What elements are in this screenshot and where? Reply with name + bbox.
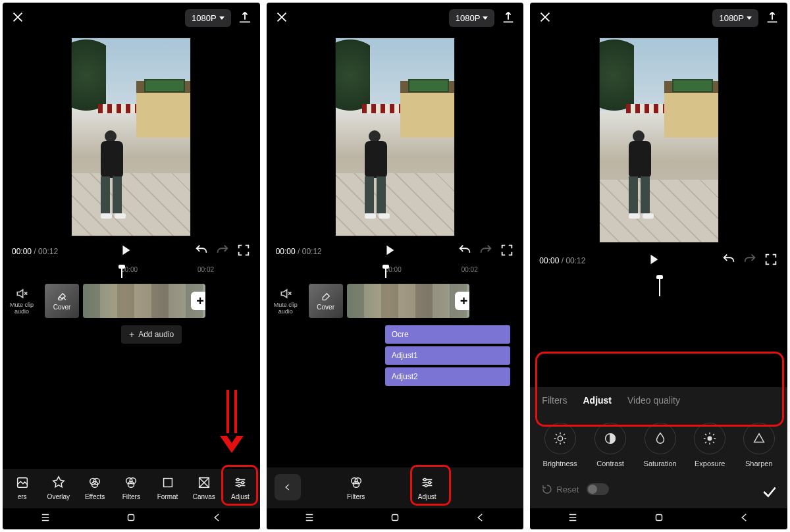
playhead[interactable] — [385, 266, 386, 278]
redo-icon[interactable] — [743, 252, 757, 269]
resolution-label: 1080P — [192, 13, 217, 23]
android-navbar — [267, 508, 524, 529]
svg-point-5 — [130, 478, 136, 484]
svg-point-17 — [429, 481, 431, 484]
tool-overlay[interactable]: Overlay — [43, 475, 74, 500]
undo-icon[interactable] — [194, 243, 209, 259]
playhead[interactable] — [121, 266, 122, 278]
back-icon[interactable] — [739, 512, 750, 526]
cover-button[interactable]: Cover — [45, 284, 79, 318]
screenshot-panel-2: 1080P 00:00 / 00:12 00:00 00:02 Mute cli… — [267, 3, 524, 529]
tab-video-quality[interactable]: Video quality — [627, 395, 680, 406]
adjust-options: Brightness Contrast Saturation Exposure … — [530, 413, 787, 477]
playhead[interactable] — [659, 277, 660, 296]
resolution-button[interactable]: 1080P — [712, 9, 758, 27]
back-icon[interactable] — [211, 512, 223, 526]
play-icon[interactable] — [382, 243, 397, 259]
tool-adjust[interactable]: Adjust — [224, 475, 256, 500]
resolution-button[interactable]: 1080P — [449, 9, 495, 27]
undo-icon[interactable] — [722, 252, 736, 269]
export-icon[interactable] — [238, 10, 252, 27]
home-icon[interactable] — [389, 512, 401, 526]
tab-filters[interactable]: Filters — [542, 395, 567, 406]
recents-icon[interactable] — [303, 512, 315, 526]
play-icon[interactable] — [646, 252, 661, 269]
home-icon[interactable] — [653, 512, 665, 526]
option-exposure[interactable]: Exposure — [694, 423, 725, 467]
svg-point-18 — [425, 485, 427, 487]
add-clip-button[interactable]: + — [455, 292, 469, 310]
chevron-down-icon — [219, 16, 224, 20]
timeline-ruler[interactable] — [530, 277, 787, 296]
svg-point-16 — [423, 479, 426, 481]
resolution-button[interactable]: 1080P — [185, 9, 231, 27]
redo-icon[interactable] — [479, 243, 493, 259]
back-icon[interactable] — [475, 512, 487, 526]
video-clip[interactable]: + — [83, 284, 205, 318]
close-icon[interactable] — [538, 10, 552, 27]
export-icon[interactable] — [501, 10, 515, 27]
tool-ers[interactable]: ers — [7, 475, 38, 500]
fullscreen-icon[interactable] — [764, 252, 778, 269]
tool-canvas[interactable]: Canvas — [188, 475, 220, 500]
svg-rect-12 — [128, 515, 134, 521]
svg-rect-19 — [392, 515, 398, 521]
time-display: 00:00 / 00:12 — [12, 247, 58, 256]
play-icon[interactable] — [118, 243, 133, 259]
option-sharpen[interactable]: Sharpen — [743, 423, 775, 467]
chevron-down-icon — [747, 16, 752, 20]
mute-audio-button[interactable]: Mute clip audio — [267, 287, 305, 315]
chevron-down-icon — [483, 16, 488, 20]
screenshot-panel-3: 1080P 00:00 / 00:12 Filters Adjust Video… — [530, 3, 787, 529]
recents-icon[interactable] — [567, 512, 579, 526]
tool-effects[interactable]: Effects — [79, 475, 111, 500]
svg-point-9 — [237, 479, 240, 481]
close-icon[interactable] — [11, 10, 25, 27]
video-preview[interactable] — [71, 38, 191, 236]
confirm-icon[interactable] — [761, 483, 778, 503]
tool-filters[interactable]: Filters — [340, 475, 372, 500]
adjust-track[interactable]: Adjust2 — [385, 367, 510, 386]
adjust-tabs: Filters Adjust Video quality — [530, 395, 787, 413]
tool-filters[interactable]: Filters — [115, 475, 147, 500]
option-saturation[interactable]: Saturation — [644, 423, 677, 467]
toolbar-back-button[interactable] — [275, 474, 301, 500]
adjust-track[interactable]: Ocre — [385, 325, 510, 344]
close-icon[interactable] — [275, 10, 289, 27]
video-clip[interactable]: + — [347, 284, 469, 318]
video-preview[interactable] — [599, 38, 719, 243]
add-clip-button[interactable]: + — [191, 292, 205, 310]
reset-toggle[interactable] — [587, 483, 609, 495]
reset-icon[interactable]: Reset — [542, 484, 579, 494]
timeline-ruler[interactable]: 00:00 00:02 — [3, 266, 260, 278]
undo-icon[interactable] — [458, 243, 472, 259]
option-contrast[interactable]: Contrast — [594, 423, 626, 467]
svg-point-10 — [242, 481, 244, 484]
video-preview[interactable] — [335, 38, 455, 236]
tab-adjust[interactable]: Adjust — [583, 395, 612, 406]
tool-format[interactable]: Format — [152, 475, 184, 500]
svg-point-11 — [238, 485, 240, 487]
mute-audio-button[interactable]: Mute clip audio — [3, 287, 41, 315]
android-navbar — [530, 508, 787, 529]
tool-adjust[interactable]: Adjust — [411, 475, 443, 500]
fullscreen-icon[interactable] — [500, 243, 514, 259]
android-navbar — [3, 508, 260, 529]
export-icon[interactable] — [765, 10, 779, 27]
svg-point-22 — [708, 437, 712, 440]
svg-rect-23 — [656, 515, 662, 521]
fullscreen-icon[interactable] — [236, 243, 251, 259]
redo-icon[interactable] — [215, 243, 230, 259]
svg-rect-7 — [163, 479, 172, 487]
option-brightness[interactable]: Brightness — [543, 423, 577, 467]
home-icon[interactable] — [125, 512, 137, 526]
svg-point-14 — [355, 478, 361, 484]
cover-button[interactable]: Cover — [309, 284, 343, 318]
timeline-ruler[interactable]: 00:00 00:02 — [267, 266, 524, 278]
svg-point-15 — [353, 481, 359, 487]
svg-point-20 — [558, 436, 562, 440]
add-audio-button[interactable]: +Add audio — [121, 325, 182, 344]
recents-icon[interactable] — [40, 512, 51, 526]
adjust-track[interactable]: Adjust1 — [385, 346, 510, 365]
time-display: 00:00 / 00:12 — [276, 247, 322, 256]
